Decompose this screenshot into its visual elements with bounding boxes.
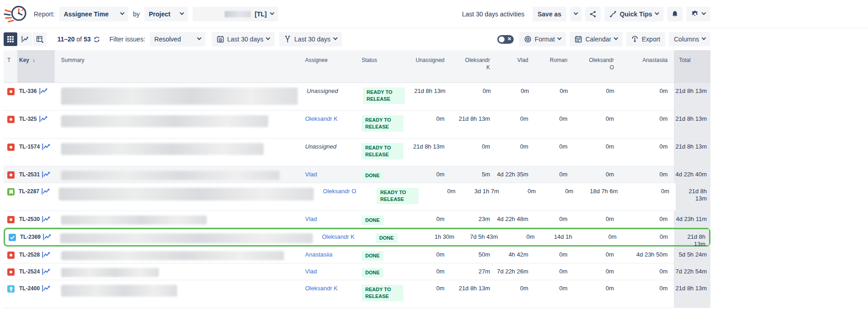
column-header-summary[interactable]: Summary bbox=[55, 50, 303, 82]
resolution-date-filter-button[interactable]: Last 30 days bbox=[212, 32, 275, 46]
chevron-down-icon bbox=[179, 10, 184, 15]
column-header-a[interactable]: Anastasiia bbox=[620, 50, 674, 82]
column-header-o[interactable]: OleksandrO bbox=[574, 50, 620, 82]
trend-chart-icon[interactable] bbox=[42, 268, 51, 275]
chevron-down-icon bbox=[120, 10, 124, 15]
issue-key: TL-2530 bbox=[19, 216, 40, 223]
time-cell-k: 50m bbox=[451, 247, 496, 263]
issue-row-tl-2530[interactable]: TL-2530VladDONE0m23m4d 22h 48m0m0m0m4d 2… bbox=[4, 211, 710, 228]
issue-key: TL-336 bbox=[19, 87, 37, 95]
time-cell-a: 0m bbox=[620, 211, 674, 227]
time-cell-u: 21d 8h 13m bbox=[410, 83, 452, 110]
column-header-assignee[interactable]: Assignee bbox=[303, 50, 361, 82]
assignee-link[interactable]: Vlad bbox=[305, 268, 317, 275]
bug-icon bbox=[7, 116, 15, 123]
time-cell-v: 7d 22h 26m bbox=[496, 263, 535, 280]
trend-chart-icon[interactable] bbox=[42, 216, 51, 222]
status-badge: DONE bbox=[362, 216, 383, 225]
save-as-button[interactable]: Save as bbox=[533, 7, 567, 21]
issue-row-tl-2369[interactable]: TL-2369Oleksandr KDONE1h 30m7d 5h 43m0m1… bbox=[4, 228, 710, 247]
total-time-cell: 7d 22h 54m bbox=[674, 263, 710, 280]
time-cell-k: 21d 8h 13m bbox=[451, 280, 496, 308]
issue-key: TL-2400 bbox=[19, 285, 40, 292]
chevron-down-icon bbox=[655, 10, 659, 15]
chevron-down-icon bbox=[702, 36, 706, 40]
save-as-dropdown-button[interactable] bbox=[570, 7, 582, 21]
assignee-link[interactable]: Vlad bbox=[305, 171, 317, 178]
time-cell-v: 4d 22h 48m bbox=[496, 211, 535, 227]
time-cell-v: 0m bbox=[505, 183, 542, 211]
toggle-knob bbox=[499, 36, 505, 42]
column-header-u[interactable]: Unassigned bbox=[409, 50, 451, 82]
total-time-cell: 21d 8h 13m bbox=[674, 83, 710, 110]
quick-tips-button[interactable]: Quick Tips bbox=[604, 7, 664, 21]
time-cell-r: 0m bbox=[535, 139, 574, 166]
story-icon bbox=[7, 188, 15, 195]
column-header-r[interactable]: Roman bbox=[535, 50, 574, 82]
trend-chart-icon[interactable] bbox=[43, 234, 51, 240]
column-header-total[interactable]: Total bbox=[674, 50, 710, 82]
issue-row-tl-2528[interactable]: TL-2528AnastasiiaDONE0m50m4h 42m0m0m4d 2… bbox=[4, 247, 710, 263]
time-cell-r: 0m bbox=[535, 166, 574, 183]
grid-view-button[interactable] bbox=[4, 32, 17, 46]
bug-icon bbox=[7, 216, 15, 223]
column-header-t[interactable]: T bbox=[4, 50, 17, 82]
assignee-label: Unassigned bbox=[307, 87, 338, 94]
total-time-cell: 4d 22h 40m bbox=[674, 166, 710, 183]
time-cell-v: 0m bbox=[504, 229, 541, 245]
by-label: by bbox=[133, 10, 140, 18]
trend-chart-icon[interactable] bbox=[42, 144, 51, 150]
worklog-date-filter-button[interactable]: Last 30 days bbox=[279, 32, 342, 46]
redacted-summary bbox=[60, 233, 313, 243]
pivot-view-button[interactable] bbox=[33, 32, 46, 46]
group-by-select[interactable]: Project bbox=[144, 7, 188, 21]
assignee-link[interactable]: Oleksandr K bbox=[305, 285, 338, 292]
column-header-key[interactable]: Key↓ bbox=[17, 50, 55, 82]
issue-row-tl-2287[interactable]: TL-2287Oleksandr OREADY TO RELEASE0m3d 1… bbox=[4, 183, 710, 211]
trend-chart-icon[interactable] bbox=[42, 171, 51, 178]
trend-chart-icon[interactable] bbox=[39, 116, 48, 122]
settings-button[interactable] bbox=[686, 7, 710, 21]
column-header-v[interactable]: Vlad bbox=[496, 50, 535, 82]
bug-icon bbox=[7, 171, 15, 179]
issue-row-tl-325[interactable]: TL-325Oleksandr KREADY TO RELEASE0m21d 8… bbox=[4, 111, 710, 139]
assignee-link[interactable]: Oleksandr K bbox=[305, 115, 338, 122]
trend-chart-icon[interactable] bbox=[39, 88, 48, 94]
trend-chart-icon[interactable] bbox=[42, 252, 51, 258]
view-toggle[interactable]: ✕ bbox=[497, 35, 514, 44]
issue-row-tl-336[interactable]: TL-336UnassignedREADY TO RELEASE21d 8h 1… bbox=[4, 83, 710, 111]
format-button[interactable]: Format bbox=[519, 32, 566, 46]
chart-view-button[interactable] bbox=[18, 32, 32, 46]
chevron-down-icon bbox=[557, 36, 562, 40]
issue-row-tl-2524[interactable]: TL-2524VladDONE0m27m7d 22h 26m0m0m0m7d 2… bbox=[4, 263, 710, 280]
route-icon bbox=[609, 10, 617, 18]
share-button[interactable] bbox=[585, 7, 601, 21]
time-cell-k: 3d 1h 7m bbox=[462, 183, 505, 211]
status-badge: READY TO RELEASE bbox=[362, 115, 403, 132]
issue-row-tl-2400[interactable]: TL-2400Oleksandr KREADY TO RELEASE0m21d … bbox=[4, 280, 710, 308]
export-button[interactable]: Export bbox=[626, 32, 665, 46]
time-cell-r: 0m bbox=[535, 263, 574, 280]
issue-row-tl-2531[interactable]: TL-2531VladDONE0m5m4d 22h 35m0m0m0m4d 22… bbox=[4, 166, 710, 183]
assignee-link[interactable]: Anastasiia bbox=[305, 251, 332, 258]
pagination-range: 11–20 bbox=[57, 36, 75, 43]
column-header-k[interactable]: OleksandrK bbox=[451, 50, 496, 82]
status-filter-select[interactable]: Resolved bbox=[150, 32, 205, 46]
trend-chart-icon[interactable] bbox=[41, 188, 50, 195]
column-header-status[interactable]: Status bbox=[361, 50, 409, 82]
calendar-button[interactable]: Calendar bbox=[570, 32, 623, 46]
trend-chart-icon[interactable] bbox=[42, 285, 51, 292]
issue-row-tl-1574[interactable]: TL-1574UnassignedREADY TO RELEASE21d 8h … bbox=[4, 139, 710, 166]
columns-button[interactable]: Columns bbox=[669, 32, 710, 46]
time-cell-a: 0m bbox=[621, 83, 674, 110]
project-select[interactable]: [TL] bbox=[193, 7, 278, 21]
report-type-select[interactable]: Assignee Time bbox=[59, 7, 128, 21]
notifications-button[interactable] bbox=[667, 7, 683, 21]
assignee-link[interactable]: Vlad bbox=[305, 216, 317, 222]
refresh-icon[interactable] bbox=[93, 36, 100, 43]
time-cell-u: 0m bbox=[422, 183, 462, 211]
filter-issues-label: Filter issues: bbox=[109, 36, 145, 43]
assignee-link[interactable]: Oleksandr K bbox=[322, 233, 355, 240]
assignee-link[interactable]: Oleksandr O bbox=[323, 188, 356, 195]
status-badge: DONE bbox=[362, 268, 383, 278]
